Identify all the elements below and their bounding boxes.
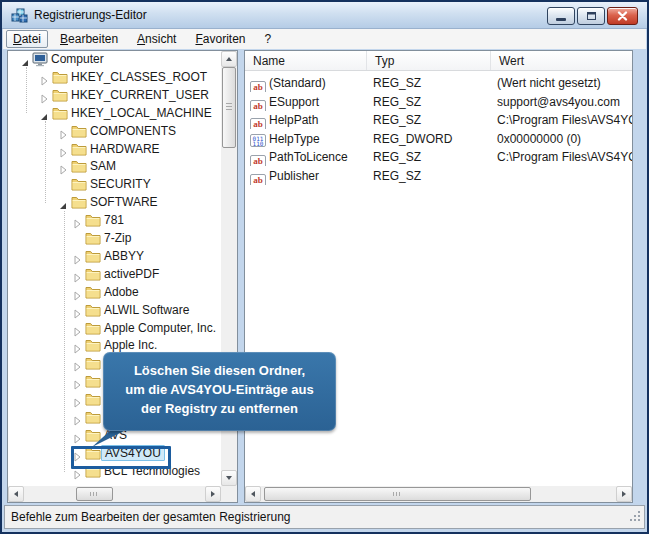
tree-item-computer[interactable]: Computer bbox=[8, 51, 221, 68]
menu-item-ansicht[interactable]: Ansicht bbox=[130, 30, 183, 48]
tree-item-hkey-local-machine[interactable]: HKEY_LOCAL_MACHINE bbox=[8, 104, 221, 122]
expand-icon[interactable] bbox=[73, 305, 83, 315]
value-data: 0x00000000 (0) bbox=[497, 132, 581, 146]
folder-icon bbox=[52, 70, 69, 84]
expand-icon[interactable] bbox=[73, 340, 83, 350]
values-header: NameTypWert bbox=[245, 51, 632, 71]
tree-item-security[interactable]: SECURITY bbox=[8, 175, 221, 193]
values-horizontal-scrollbar[interactable] bbox=[245, 486, 632, 502]
tree-item-7-zip[interactable]: 7-Zip bbox=[8, 229, 221, 247]
tree-item-label: Adobe bbox=[104, 285, 139, 299]
maximize-button[interactable] bbox=[577, 7, 605, 25]
tree-item-781[interactable]: 781 bbox=[8, 211, 221, 229]
expand-icon[interactable] bbox=[73, 269, 83, 279]
tree-item-hardware[interactable]: HARDWARE bbox=[8, 140, 221, 158]
tree-item-adobe[interactable]: Adobe bbox=[8, 283, 221, 301]
scroll-right-button[interactable] bbox=[616, 486, 632, 502]
reg-sz-icon: ab bbox=[250, 81, 266, 92]
folder-icon bbox=[85, 231, 102, 245]
expand-icon[interactable] bbox=[73, 376, 83, 386]
expand-icon[interactable] bbox=[73, 323, 83, 333]
column-header-wert[interactable]: Wert bbox=[491, 51, 632, 70]
scroll-left-button[interactable] bbox=[8, 486, 24, 502]
tree-horizontal-scrollbar[interactable] bbox=[8, 486, 221, 502]
maximize-icon bbox=[587, 12, 596, 20]
menu-item-hilfe[interactable]: ? bbox=[258, 30, 279, 48]
expand-icon[interactable] bbox=[73, 215, 83, 225]
tree-item-apple-computer-inc[interactable]: Apple Computer, Inc. bbox=[8, 319, 221, 337]
value-name: Publisher bbox=[269, 169, 319, 183]
scrollbar-corner bbox=[221, 486, 237, 502]
menu-item-favoriten[interactable]: Favoriten bbox=[188, 30, 252, 48]
value-row-pathtolicence[interactable]: abPathToLicenceREG_SZC:\Program Files\AV… bbox=[245, 148, 632, 166]
minimize-button[interactable] bbox=[547, 7, 575, 25]
arrow-up-icon bbox=[226, 57, 232, 61]
value-name: PathToLicence bbox=[269, 150, 348, 164]
column-header-typ[interactable]: Typ bbox=[367, 51, 491, 70]
collapse-icon[interactable] bbox=[21, 54, 31, 64]
folder-icon bbox=[85, 249, 102, 263]
value-row-esupport[interactable]: abESupportREG_SZsupport@avs4you.com bbox=[245, 93, 632, 111]
expand-icon[interactable] bbox=[73, 430, 83, 440]
folder-icon bbox=[85, 213, 102, 227]
column-header-name[interactable]: Name bbox=[245, 51, 367, 70]
expand-icon[interactable] bbox=[73, 394, 83, 404]
folder-icon bbox=[71, 159, 88, 173]
expand-icon[interactable] bbox=[73, 251, 83, 261]
collapse-icon[interactable] bbox=[40, 108, 50, 118]
value-type: REG_SZ bbox=[373, 169, 421, 183]
callout-line: um die AVS4YOU-Einträge aus bbox=[103, 380, 336, 399]
folder-icon bbox=[71, 142, 88, 156]
tree-item-label: HARDWARE bbox=[90, 142, 160, 156]
tree-item-sam[interactable]: SAM bbox=[8, 157, 221, 175]
horizontal-scroll-thumb[interactable] bbox=[76, 487, 113, 501]
tree-item-components[interactable]: COMPONENTS bbox=[8, 122, 221, 140]
folder-icon bbox=[71, 195, 88, 209]
scroll-right-button[interactable] bbox=[205, 486, 221, 502]
value-row-helppath[interactable]: abHelpPathREG_SZC:\Program Files\AVS4YOU… bbox=[245, 111, 632, 129]
folder-icon bbox=[71, 177, 88, 191]
menu-item-datei[interactable]: Datei bbox=[6, 30, 48, 48]
value-type: REG_SZ bbox=[373, 113, 421, 127]
tree-item-hkey-classes-root[interactable]: HKEY_CLASSES_ROOT bbox=[8, 68, 221, 86]
status-bar: Befehle zum Bearbeiten der gesamten Regi… bbox=[4, 505, 645, 529]
expand-icon[interactable] bbox=[40, 72, 50, 82]
tree-item-label: HKEY_CLASSES_ROOT bbox=[71, 70, 207, 84]
tree-item-label: ABBYY bbox=[104, 249, 144, 263]
value-row-helptype[interactable]: 011110HelpTypeREG_DWORD0x00000000 (0) bbox=[245, 130, 632, 148]
close-button[interactable] bbox=[607, 7, 638, 25]
tree-item-alwil-software[interactable]: ALWIL Software bbox=[8, 301, 221, 319]
expand-icon[interactable] bbox=[73, 412, 83, 422]
values-panel: NameTypWert ab(Standard)REG_SZ(Wert nich… bbox=[244, 50, 633, 503]
horizontal-scroll-thumb[interactable] bbox=[264, 487, 531, 501]
scroll-down-button[interactable] bbox=[221, 470, 237, 486]
expand-icon[interactable] bbox=[40, 90, 50, 100]
scroll-up-button[interactable] bbox=[221, 51, 237, 67]
tree-item-label: ALWIL Software bbox=[104, 303, 189, 317]
folder-icon bbox=[85, 374, 102, 388]
tree-item-label: HKEY_LOCAL_MACHINE bbox=[71, 106, 212, 120]
title-bar[interactable]: Registrierungs-Editor bbox=[2, 2, 647, 29]
vertical-scroll-thumb[interactable] bbox=[222, 67, 236, 148]
tree-item-software[interactable]: SOFTWARE bbox=[8, 193, 221, 211]
menu-item-bearbeiten[interactable]: Bearbeiten bbox=[53, 30, 125, 48]
tree-item-abbyy[interactable]: ABBYY bbox=[8, 247, 221, 265]
expand-icon[interactable] bbox=[73, 358, 83, 368]
resize-grip[interactable] bbox=[629, 510, 642, 526]
regedit-icon bbox=[11, 7, 28, 24]
value-row-publisher[interactable]: abPublisherREG_SZ bbox=[245, 167, 632, 185]
expand-icon[interactable] bbox=[59, 144, 69, 154]
collapse-icon[interactable] bbox=[59, 197, 69, 207]
value-data: (Wert nicht gesetzt) bbox=[497, 76, 601, 90]
tree-item-hkey-current-user[interactable]: HKEY_CURRENT_USER bbox=[8, 86, 221, 104]
value-row-standard[interactable]: ab(Standard)REG_SZ(Wert nicht gesetzt) bbox=[245, 74, 632, 92]
arrow-right-icon bbox=[622, 491, 626, 497]
value-name: (Standard) bbox=[269, 76, 326, 90]
expand-icon[interactable] bbox=[59, 126, 69, 136]
expand-icon[interactable] bbox=[73, 287, 83, 297]
arrow-right-icon bbox=[211, 491, 215, 497]
tree-item-activepdf[interactable]: activePDF bbox=[8, 265, 221, 283]
folder-icon bbox=[52, 106, 69, 120]
expand-icon[interactable] bbox=[59, 161, 69, 171]
scroll-left-button[interactable] bbox=[245, 486, 261, 502]
